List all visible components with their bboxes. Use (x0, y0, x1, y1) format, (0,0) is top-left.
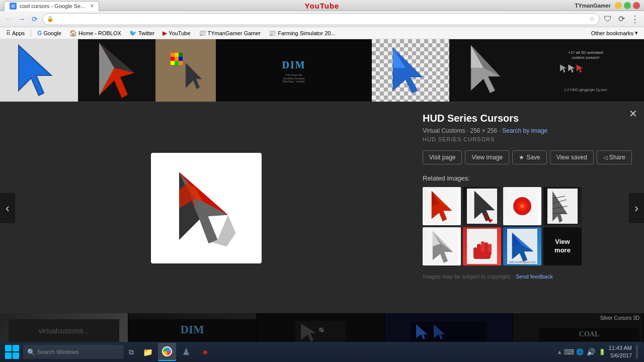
svg-point-54 (520, 204, 524, 208)
address-bar[interactable]: 🔒 https://www.google.com/search?q=cool+c… (42, 13, 600, 25)
view-more-btn[interactable]: Viewmore (543, 227, 582, 265)
active-tab[interactable]: G cool cursors - Google Se... × (4, 1, 99, 11)
tray-network-icon[interactable]: 🌐 (576, 347, 585, 356)
tray-volume-icon[interactable]: 🔊 (587, 347, 596, 356)
window-controls (615, 2, 640, 9)
visit-page-btn[interactable]: Visit page (423, 150, 462, 164)
grid-image-1[interactable] (0, 39, 78, 102)
apps-label: Apps (12, 30, 25, 36)
grid-image-7[interactable]: +17 all 3D animated custom cursors! J.J.… (527, 39, 644, 102)
taskbar-search[interactable]: 🔍 Search Windows (23, 345, 124, 359)
grid-image-3[interactable] (155, 39, 216, 102)
svg-rect-84 (321, 328, 324, 330)
save-btn[interactable]: ★ Save (512, 150, 546, 164)
farming-icon: 📰 (269, 30, 276, 37)
tymangamer-label: TYmanGamer Gamer (208, 30, 261, 36)
other-bookmarks[interactable]: Other bookmarks ▾ (588, 29, 641, 37)
tab-title: cool cursors - Google Se... (20, 3, 85, 9)
taskview-icon: ⧉ (129, 348, 134, 356)
svg-rect-6 (175, 53, 179, 57)
bookmark-youtube[interactable]: ▶ YouTube (159, 29, 193, 38)
svg-rect-83 (319, 328, 321, 330)
taskbar: 🔍 Search Windows ⧉ 📁 ♟ ● ▲ ⌨ 🌐 🔊 🔋 (0, 342, 644, 362)
other-bookmarks-arrow: ▾ (635, 30, 638, 36)
show-desktop-btn[interactable] (636, 345, 638, 359)
forward-btn[interactable]: → (16, 14, 27, 25)
related-image-3[interactable] (503, 187, 541, 225)
grid-image-6[interactable] (449, 39, 527, 102)
svg-rect-13 (179, 61, 183, 65)
extension-btn-1[interactable]: 🛡 (602, 13, 614, 25)
action-buttons: Visit page View image ★ Save View saved … (423, 150, 634, 164)
svg-rect-5 (171, 53, 175, 57)
svg-text:With Easy - Installer: With Easy - Installer (283, 80, 305, 83)
image-grid-top: DIM Full Cursor Set Smoothly Animated Wi… (0, 39, 644, 103)
related-image-5[interactable] (423, 227, 461, 265)
grid-image-4[interactable]: DIM Full Cursor Set Smoothly Animated Wi… (216, 39, 371, 102)
tab-close-btn[interactable]: × (90, 3, 94, 10)
related-image-2[interactable] (463, 187, 501, 225)
bookmark-farming[interactable]: 📰 Farming Simulator 20... (266, 29, 338, 38)
taskbar-app-btn[interactable]: ● (196, 343, 214, 361)
back-btn[interactable]: ← (3, 14, 14, 25)
bookmark-google[interactable]: G Google (34, 29, 64, 38)
related-image-6[interactable] (463, 227, 501, 265)
extension-btn-2[interactable]: ⟳ (615, 13, 627, 25)
bookmark-star-icon[interactable]: ☆ (589, 15, 595, 23)
grid-image-2[interactable] (78, 39, 156, 102)
close-btn[interactable] (633, 2, 640, 9)
tray-battery-icon[interactable]: 🔋 (598, 347, 607, 356)
taskbar-explorer-btn[interactable]: 📁 (139, 343, 157, 361)
tray-chevron[interactable]: ▲ (557, 349, 562, 355)
bookmark-apps[interactable]: ⠿ Apps (3, 29, 28, 38)
svg-text:custom cursors!: custom cursors! (572, 55, 600, 60)
svg-rect-85 (319, 330, 321, 332)
app-icon: ● (200, 347, 210, 357)
other-bookmarks-label: Other bookmarks (591, 30, 633, 36)
tray-clock[interactable]: 11:43 AM 5/6/2017 (609, 344, 632, 360)
reload-btn[interactable]: ⟳ (29, 14, 40, 25)
svg-marker-26 (560, 64, 567, 72)
close-overlay-btn[interactable]: ✕ (627, 108, 639, 120)
svg-rect-7 (179, 53, 183, 57)
taskbar-steam-btn[interactable]: ♟ (177, 343, 195, 361)
bookmark-roblox[interactable]: 🏠 Home - ROBLOX (66, 29, 124, 38)
taskbar-start-btn[interactable] (2, 343, 22, 361)
related-image-1[interactable] (423, 187, 461, 225)
content-area: DIM Full Cursor Set Smoothly Animated Wi… (0, 39, 644, 362)
related-image-7[interactable]: TailCursorBlogspot.com (503, 227, 541, 265)
minimize-btn[interactable] (615, 2, 622, 9)
send-feedback-link[interactable]: Send feedback (516, 274, 552, 280)
svg-rect-11 (171, 61, 175, 65)
bookmark-twitter[interactable]: 🐦 Twitter (126, 29, 157, 38)
next-image-btn[interactable]: › (629, 193, 644, 223)
tray-keyboard-icon[interactable]: ⌨ (565, 347, 574, 356)
view-saved-btn[interactable]: View saved (550, 150, 594, 164)
maximize-btn[interactable] (624, 2, 631, 9)
related-cursor-5-svg (427, 229, 457, 264)
related-images-grid: TailCursorBlogspot.com Viewmore (423, 187, 634, 265)
main-image-frame (151, 153, 262, 263)
taskview-btn[interactable]: ⧉ (125, 343, 138, 361)
svg-marker-27 (568, 64, 575, 72)
bookmark-tymangamer[interactable]: 📰 TYmanGamer Gamer (196, 29, 264, 38)
chrome-tabs: G cool cursors - Google Se... × (4, 0, 99, 11)
taskbar-chrome-btn[interactable] (158, 343, 176, 361)
svg-rect-86 (321, 330, 324, 332)
chrome-taskbar-icon (162, 346, 172, 356)
view-image-btn[interactable]: View image (465, 150, 509, 164)
chrome-menu-btn[interactable]: ⋮ (629, 13, 641, 25)
red-cursor-svg (92, 40, 142, 101)
prev-image-btn[interactable]: ‹ (0, 193, 15, 223)
url-input[interactable]: https://www.google.com/search?q=cool+cur… (57, 16, 586, 22)
related-image-4[interactable] (543, 187, 582, 225)
related-cursor-2-svg (467, 189, 497, 224)
copyright-text: Images may be subject to copyright. · Se… (423, 274, 634, 280)
search-by-image-link[interactable]: Search by image (502, 127, 547, 134)
svg-text:Full Cursor Set: Full Cursor Set (285, 73, 302, 76)
share-btn[interactable]: ◁ Share (597, 150, 632, 164)
svg-rect-12 (175, 61, 179, 65)
grid-image-5[interactable] (372, 39, 450, 102)
taskbar-search-placeholder: Search Windows (37, 349, 79, 355)
svg-marker-0 (19, 45, 51, 96)
